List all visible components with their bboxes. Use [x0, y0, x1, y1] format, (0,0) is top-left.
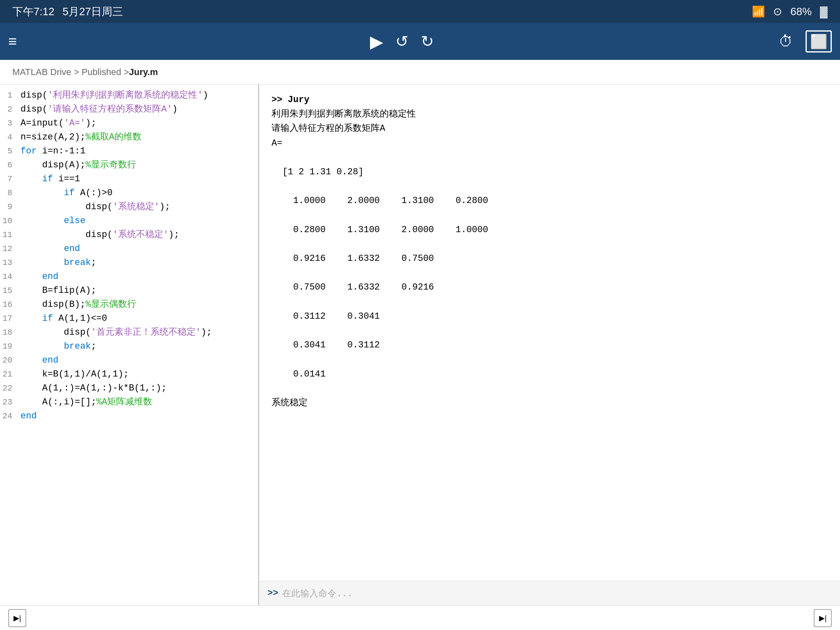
line-content: end	[18, 270, 258, 284]
code-line: 18 disp('首元素非正！系统不稳定');	[0, 326, 258, 340]
cmd-prompt: >>	[267, 588, 278, 598]
line-content: A(1,:)=A(1,:)-k*B(1,:);	[18, 381, 258, 395]
breadcrumb-path: MATLAB Drive > Published >	[12, 67, 129, 78]
line-number: 18	[0, 326, 18, 340]
run-step-button[interactable]: ▶|	[8, 609, 26, 627]
line-content: disp('系统稳定');	[18, 200, 258, 214]
line-content: break;	[18, 256, 258, 270]
code-line: 19 break;	[0, 340, 258, 354]
output-line: 0.3112 0.3041	[272, 309, 828, 324]
code-line: 14 end	[0, 270, 258, 284]
output-line: [1 2 1.31 0.28]	[272, 165, 828, 179]
line-number: 2	[0, 103, 18, 116]
code-line: 7 if i==1	[0, 172, 258, 186]
line-content: for i=n:-1:1	[18, 144, 258, 158]
output-line	[272, 179, 828, 194]
code-line: 4n=size(A,2);%截取A的维数	[0, 130, 258, 144]
line-number: 1	[0, 89, 18, 103]
line-content: disp('首元素非正！系统不稳定');	[18, 326, 258, 340]
output-line: 利用朱判判据判断离散系统的稳定性	[272, 107, 828, 121]
line-number: 14	[0, 270, 18, 284]
line-content: A=input('A=');	[18, 116, 258, 130]
command-bar[interactable]: >> 在此输入命令...	[259, 581, 840, 605]
code-line: 2disp('请输入特征方程的系数矩阵A')	[0, 103, 258, 116]
status-time: 下午7:12	[12, 5, 55, 19]
skip-icon: ▶|	[819, 614, 827, 623]
output-line: 0.9216 1.6332 0.7500	[272, 251, 828, 266]
alarm-icon: ⊙	[773, 5, 782, 18]
code-line: 13 break;	[0, 256, 258, 270]
code-line: 22 A(1,:)=A(1,:)-k*B(1,:);	[0, 381, 258, 395]
output-line	[272, 381, 828, 396]
code-line: 9 disp('系统稳定');	[0, 200, 258, 214]
cmd-placeholder: 在此输入命令...	[282, 587, 353, 600]
line-number: 4	[0, 130, 18, 144]
line-content: n=size(A,2);%截取A的维数	[18, 130, 258, 144]
line-number: 7	[0, 172, 18, 186]
line-content: disp('利用朱判判据判断离散系统的稳定性')	[18, 89, 258, 103]
output-line	[272, 324, 828, 338]
code-line: 8 if A(:)>0	[0, 186, 258, 200]
line-number: 24	[0, 409, 18, 423]
share-icon[interactable]: ⬜	[806, 30, 832, 52]
line-content: disp('请输入特征方程的系数矩阵A')	[18, 103, 258, 116]
status-date: 5月27日周三	[63, 5, 123, 19]
code-line: 16 disp(B);%显示偶数行	[0, 298, 258, 312]
output-line	[272, 151, 828, 165]
line-number: 17	[0, 312, 18, 326]
line-content: disp(B);%显示偶数行	[18, 298, 258, 312]
line-number: 3	[0, 116, 18, 130]
line-content: end	[18, 354, 258, 368]
line-number: 6	[0, 158, 18, 172]
menu-icon[interactable]: ≡	[8, 33, 17, 50]
line-number: 16	[0, 298, 18, 312]
battery-text: 68%	[790, 5, 812, 18]
code-line: 6 disp(A);%显示奇数行	[0, 158, 258, 172]
code-line: 12 end	[0, 242, 258, 256]
code-line: 11 disp('系统不稳定');	[0, 228, 258, 242]
line-number: 15	[0, 284, 18, 298]
code-line: 3A=input('A=');	[0, 116, 258, 130]
code-line: 17 if A(1,1)<=0	[0, 312, 258, 326]
play-button[interactable]: ▶	[370, 32, 383, 52]
output-line: 0.0141	[272, 367, 828, 381]
breadcrumb: MATLAB Drive > Published > Jury.m	[0, 60, 840, 84]
output-line	[272, 295, 828, 309]
undo-button[interactable]: ↺	[395, 32, 409, 50]
code-line: 10 else	[0, 214, 258, 228]
line-content: if A(1,1)<=0	[18, 312, 258, 326]
output-line: 0.7500 1.6332 0.9216	[272, 280, 828, 294]
output-line	[272, 266, 828, 280]
code-line: 24end	[0, 409, 258, 423]
wifi-icon: 📶	[752, 5, 765, 18]
line-number: 22	[0, 381, 18, 395]
line-number: 21	[0, 368, 18, 381]
line-number: 13	[0, 256, 18, 270]
output-line: 0.3041 0.3112	[272, 338, 828, 352]
output-panel: >> Jury利用朱判判据判断离散系统的稳定性请输入特征方程的系数矩阵AA= […	[259, 84, 840, 605]
line-content: end	[18, 242, 258, 256]
line-number: 23	[0, 395, 18, 409]
line-content: if A(:)>0	[18, 186, 258, 200]
status-bar: 下午7:12 5月27日周三 📶 ⊙ 68% ▓	[0, 0, 840, 23]
line-content: break;	[18, 340, 258, 354]
history-icon[interactable]: ⏱	[778, 33, 793, 50]
skip-to-end-button[interactable]: ▶|	[814, 609, 832, 627]
line-content: disp(A);%显示奇数行	[18, 158, 258, 172]
line-content: if i==1	[18, 172, 258, 186]
bottom-bar: ▶| ▶|	[0, 605, 840, 630]
line-content: else	[18, 214, 258, 228]
toolbar: ≡ ▶ ↺ ↻ ⏱ ⬜	[0, 23, 840, 60]
line-content: A(:,i)=[];%A矩阵减维数	[18, 395, 258, 409]
output-line: 0.2800 1.3100 2.0000 1.0000	[272, 223, 828, 237]
line-number: 11	[0, 228, 18, 242]
line-content: k=B(1,1)/A(1,1);	[18, 368, 258, 381]
line-content: end	[18, 409, 258, 423]
redo-button[interactable]: ↻	[421, 32, 434, 50]
output-line: 1.0000 2.0000 1.3100 0.2800	[272, 194, 828, 208]
code-line: 5for i=n:-1:1	[0, 144, 258, 158]
line-number: 9	[0, 200, 18, 214]
battery-icon: ▓	[820, 5, 828, 18]
code-panel: 1disp('利用朱判判据判断离散系统的稳定性')2disp('请输入特征方程的…	[0, 84, 258, 605]
line-content: disp('系统不稳定');	[18, 228, 258, 242]
